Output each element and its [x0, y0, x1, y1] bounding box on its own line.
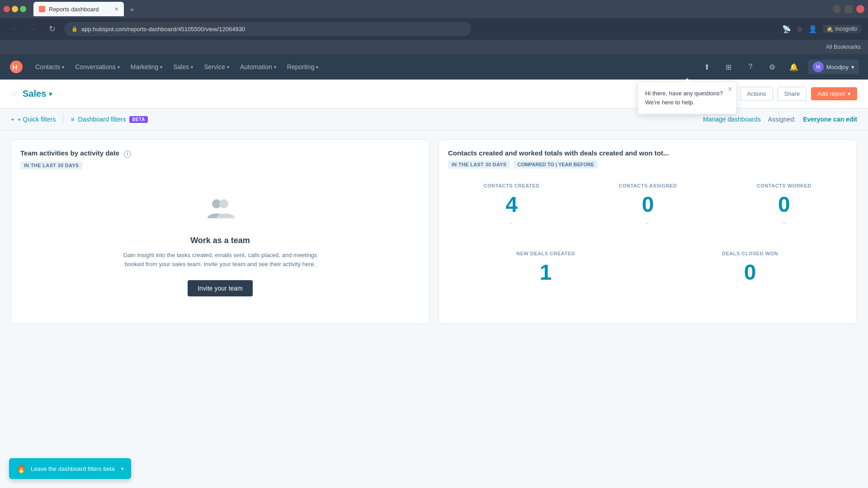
empty-state-desc: Gain insight into the tasks created, ema… [121, 251, 320, 270]
browser-addressbar: ← → ↻ 🔒 app.hubspot.com/reports-dashboar… [0, 18, 868, 40]
contacts-compared-tag: COMPARED TO | YEAR BEFORE [514, 160, 598, 169]
upgrades-icon[interactable]: ⬆ [700, 60, 714, 74]
refresh-button[interactable]: ↻ [45, 22, 59, 36]
conversations-caret: ▾ [118, 65, 120, 70]
chat-popup-text: Hi there, have any questions? We're here… [645, 89, 729, 107]
team-activities-tags: IN THE LAST 30 DAYS [20, 161, 420, 169]
add-report-button[interactable]: Add report ▾ [811, 87, 857, 100]
contacts-time-tag: IN THE LAST 30 DAYS [448, 160, 510, 169]
nav-item-reporting[interactable]: Reporting ▾ [283, 61, 323, 73]
dashboard-header: ☆ Sales ▾ Create dashboard Actions Share… [0, 80, 868, 108]
deals-stats-grid: NEW DEALS CREATED 1 DEALS CLOSED WON 0 [448, 244, 848, 291]
contacts-worked-label: CONTACTS WORKED [724, 183, 844, 188]
window-close-button[interactable] [4, 6, 10, 12]
beta-badge: BETA [129, 116, 147, 123]
chat-popup-close-button[interactable]: ✕ [727, 85, 733, 93]
contacts-title: Contacts created and worked totals with … [448, 149, 848, 157]
window-minimize-button[interactable] [12, 6, 18, 12]
new-deals-label: NEW DEALS CREATED [452, 251, 640, 256]
contacts-stats-grid: CONTACTS CREATED 4 - CONTACTS ASSIGNED 0… [448, 176, 848, 235]
team-activities-info-icon[interactable]: i [124, 150, 131, 158]
forward-button[interactable]: → [26, 22, 40, 36]
new-deals-value: 1 [452, 262, 640, 283]
invite-team-button[interactable]: Invite your team [188, 280, 253, 296]
nav-item-marketing[interactable]: Marketing ▾ [126, 61, 167, 73]
dashboard-filters-button[interactable]: ≡ Dashboard filters BETA [71, 116, 147, 123]
hubspot-logo[interactable]: H [9, 60, 24, 74]
active-tab[interactable]: Reports dashboard ✕ [33, 2, 124, 16]
manage-dashboards-link[interactable]: Manage dashboards [703, 116, 761, 123]
all-bookmarks-link[interactable]: All Bookmarks [826, 44, 861, 50]
filter-divider [63, 115, 63, 124]
incognito-badge: 🕵 Incognito [823, 25, 861, 33]
topnav-actions: ⬆ ⊞ ? ⚙ 🔔 M Moodjoy ▾ [700, 60, 859, 74]
automation-caret: ▾ [274, 65, 276, 70]
quick-filters-button[interactable]: + + Quick filters [11, 116, 56, 123]
top-navigation: H Contacts ▾ Conversations ▾ Marketing ▾… [0, 54, 868, 80]
quick-filters-label: + Quick filters [17, 116, 56, 123]
deals-closed-label: DEALS CLOSED WON [656, 251, 844, 256]
assigned-label: Assigned: [768, 116, 796, 123]
dashboard-title-area: ☆ Sales ▾ [11, 89, 52, 99]
nav-item-automation[interactable]: Automation ▾ [236, 61, 281, 73]
contacts-created-label: CONTACTS CREATED [452, 183, 571, 188]
tab-title: Reports dashboard [49, 6, 99, 13]
contacts-worked-stat: CONTACTS WORKED 0 - [721, 176, 848, 235]
lock-icon: 🔒 [71, 26, 78, 32]
everyone-can-edit-link[interactable]: Everyone can edit [803, 116, 857, 123]
settings-icon[interactable]: ⚙ [765, 60, 779, 74]
team-activities-title: Team activities by activity date i [20, 149, 420, 158]
contacts-assigned-label: CONTACTS ASSIGNED [588, 183, 708, 188]
team-activities-time-tag: IN THE LAST 30 DAYS [20, 161, 82, 169]
empty-state-icon [206, 195, 235, 229]
reporting-caret: ▾ [316, 65, 318, 70]
team-activities-empty-state: Work as a team Gain insight into the tas… [20, 177, 420, 315]
deals-closed-stat: DEALS CLOSED WON 0 [652, 244, 848, 291]
bookmark-icon[interactable]: ☆ [797, 25, 803, 33]
browser-titlebar: Reports dashboard ✕ + [0, 0, 868, 18]
user-profile-button[interactable]: M Moodjoy ▾ [808, 60, 859, 74]
nav-item-contacts[interactable]: Contacts ▾ [31, 61, 69, 73]
minimize-button[interactable] [833, 5, 841, 13]
svg-text:H: H [13, 63, 18, 71]
window-maximize-button[interactable] [20, 6, 26, 12]
new-deals-stat: NEW DEALS CREATED 1 [448, 244, 643, 291]
favorite-star[interactable]: ☆ [11, 89, 18, 99]
actions-button[interactable]: Actions [740, 87, 773, 101]
sales-caret: ▾ [191, 65, 193, 70]
help-icon[interactable]: ? [743, 60, 758, 74]
browser-controls [4, 6, 26, 12]
marketing-caret: ▾ [160, 65, 162, 70]
restore-button[interactable] [844, 5, 853, 13]
service-caret: ▾ [227, 65, 229, 70]
back-button[interactable]: ← [7, 22, 21, 36]
nav-item-conversations[interactable]: Conversations ▾ [71, 61, 124, 73]
bookmarks-bar: All Bookmarks [0, 40, 868, 54]
tab-favicon [39, 6, 45, 12]
avatar: M [813, 61, 824, 72]
dashboard-filters-label: Dashboard filters [78, 116, 126, 123]
browser-actions: 📡 ☆ 👤 🕵 Incognito [782, 25, 861, 33]
close-button[interactable] [856, 5, 864, 13]
nav-item-sales[interactable]: Sales ▾ [169, 61, 198, 73]
cast-icon[interactable]: 📡 [782, 25, 791, 33]
dashboard-grid: Team activities by activity date i IN TH… [0, 131, 868, 333]
hubspot-app: H Contacts ▾ Conversations ▾ Marketing ▾… [0, 54, 868, 434]
marketplace-icon[interactable]: ⊞ [722, 60, 736, 74]
contacts-created-stat: CONTACTS CREATED 4 - [448, 176, 575, 235]
filter-bar: + + Quick filters ≡ Dashboard filters BE… [0, 108, 868, 131]
contacts-assigned-stat: CONTACTS ASSIGNED 0 - [584, 176, 711, 235]
filter-bar-right: Manage dashboards Assigned: Everyone can… [703, 116, 857, 123]
tab-close-icon[interactable]: ✕ [114, 6, 118, 12]
contacts-caret: ▾ [62, 65, 64, 70]
address-bar[interactable]: 🔒 app.hubspot.com/reports-dashboard/4510… [64, 22, 471, 36]
share-button[interactable]: Share [778, 87, 807, 101]
notifications-icon[interactable]: 🔔 [787, 60, 801, 74]
profile-icon[interactable]: 👤 [808, 25, 817, 33]
url-text: app.hubspot.com/reports-dashboard/451055… [81, 26, 245, 33]
nav-item-service[interactable]: Service ▾ [199, 61, 234, 73]
new-tab-button[interactable]: + [126, 4, 138, 16]
contacts-worked-value: 0 [724, 194, 844, 216]
dashboard-title[interactable]: Sales ▾ [23, 89, 52, 99]
user-name: Moodjoy [826, 64, 849, 70]
